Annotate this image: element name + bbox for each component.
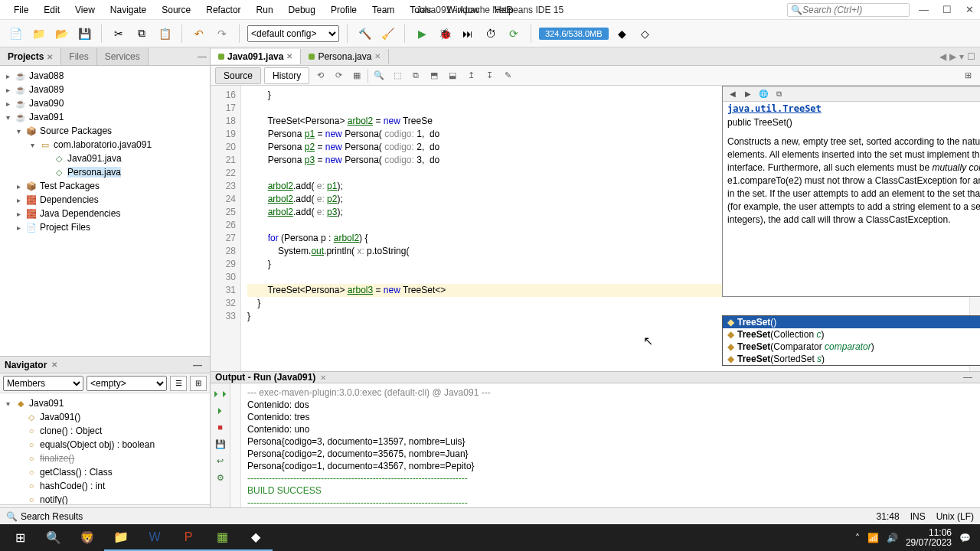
node-label[interactable]: Persona.java (67, 167, 121, 178)
menu-team[interactable]: Team (364, 2, 402, 18)
open-button[interactable]: 📂 (52, 24, 70, 43)
rerun-failed-button[interactable]: ⏵ (214, 403, 227, 417)
git-button[interactable]: ◆ (613, 24, 632, 43)
copy-button[interactable]: ⧉ (132, 24, 151, 43)
close-icon[interactable]: ✕ (47, 53, 53, 61)
editor-btn[interactable]: ⧉ (408, 68, 423, 83)
node-label[interactable]: Java090 (29, 98, 64, 109)
start-button[interactable]: ⊞ (3, 524, 37, 551)
paste-button[interactable]: 📋 (155, 24, 174, 43)
nav-node[interactable]: ○finalize() (0, 452, 210, 465)
next-tab-icon[interactable]: ▶ (949, 51, 956, 62)
memory-indicator[interactable]: 324.6/538.0MB (539, 28, 609, 40)
tree-node[interactable]: ▸🧱Java Dependencies (0, 207, 210, 220)
node-label[interactable]: Source Packages (40, 126, 112, 136)
menu-edit[interactable]: Edit (36, 2, 67, 18)
expand-icon[interactable]: ▸ (14, 182, 23, 191)
nav-node[interactable]: ◇Java091() (0, 410, 210, 424)
source-mode[interactable]: Source (215, 67, 261, 84)
tab-list-icon[interactable]: ▾ (959, 51, 964, 62)
git-pull-button[interactable]: ◇ (636, 24, 655, 43)
expand-icon[interactable]: ▸ (3, 86, 12, 94)
close-button[interactable]: ✕ (965, 4, 974, 15)
editor-btn[interactable]: ⬓ (445, 68, 460, 83)
close-icon[interactable]: ✕ (320, 373, 326, 382)
menu-view[interactable]: View (67, 2, 103, 18)
tab-files[interactable]: Files (61, 48, 96, 65)
undo-button[interactable]: ↶ (190, 24, 208, 43)
minimize-button[interactable]: — (919, 4, 929, 15)
maximize-editor-icon[interactable]: ☐ (967, 51, 975, 62)
tree-node[interactable]: ◇Java091.java (0, 152, 210, 165)
brave-icon[interactable]: 🦁 (70, 524, 104, 551)
output-text[interactable]: --- exec-maven-plugin:3.0.0:exec (defaul… (241, 383, 980, 524)
node-label[interactable]: Java091.java (67, 153, 122, 164)
node-label[interactable]: Java088 (29, 70, 64, 81)
debug-button[interactable]: 🐞 (436, 24, 454, 43)
editor-btn[interactable]: ⟳ (331, 68, 346, 83)
tree-node[interactable]: ◇Persona.java (0, 165, 210, 179)
expand-icon[interactable]: ▾ (14, 127, 23, 135)
nav-node[interactable]: ○getClass() : Class (0, 465, 210, 479)
save-all-button[interactable]: 💾 (75, 24, 93, 43)
tray-up-icon[interactable]: ˄ (855, 533, 860, 543)
history-mode[interactable]: History (264, 67, 309, 84)
node-label[interactable]: com.laboratorio.java091 (54, 139, 152, 150)
clean-build-button[interactable]: 🧹 (378, 24, 397, 43)
open-browser-icon[interactable]: 🌐 (756, 88, 770, 100)
completion-item[interactable]: ◆TreeSet() (723, 316, 980, 328)
tree-node[interactable]: ▾▭com.laboratorio.java091 (0, 138, 210, 152)
expand-icon[interactable]: ▸ (3, 72, 12, 80)
node-label[interactable]: Java091 (29, 112, 64, 122)
node-label[interactable]: Java Dependencies (40, 208, 120, 219)
volume-icon[interactable]: 🔊 (887, 533, 898, 543)
editor-btn[interactable]: ⟲ (312, 68, 328, 83)
node-label[interactable]: Project Files (40, 222, 90, 233)
new-project-button[interactable]: 📁 (29, 24, 47, 43)
fwd-icon[interactable]: ▶ (741, 88, 755, 100)
profile-button[interactable]: ⏱ (482, 24, 500, 43)
netbeans-icon[interactable]: ◆ (239, 524, 273, 551)
nav-node[interactable]: ○equals(Object obj) : boolean (0, 438, 210, 452)
editor-btn[interactable]: ⬒ (426, 68, 442, 83)
search-results-label[interactable]: Search Results (21, 511, 83, 522)
menu-debug[interactable]: Debug (281, 2, 323, 18)
notifications-icon[interactable]: 💬 (959, 533, 971, 543)
filter-select[interactable]: <empty> (87, 376, 167, 391)
expand-icon[interactable]: ▾ (3, 113, 12, 122)
stop-button[interactable]: ■ (214, 420, 227, 434)
node-label[interactable]: Java089 (29, 84, 64, 95)
debug-step-button[interactable]: ⏭ (459, 24, 477, 43)
minimize-panel-icon[interactable]: — (198, 51, 207, 62)
word-icon[interactable]: W (138, 524, 172, 551)
close-icon[interactable]: ✕ (286, 52, 292, 60)
code-completion-popup[interactable]: ◆TreeSet()◆TreeSet(Collection c)◆TreeSet… (722, 315, 980, 366)
global-search[interactable]: 🔍 (787, 3, 910, 17)
tree-node[interactable]: ▾☕Java091 (0, 110, 210, 124)
tree-node[interactable]: ▸☕Java088 (0, 69, 210, 83)
code-editor[interactable]: 161718192021222324252627282930313233 } T… (211, 86, 980, 371)
notepad-icon[interactable]: ▦ (205, 524, 239, 551)
expand-icon[interactable]: ▸ (3, 99, 12, 108)
menu-file[interactable]: File (6, 2, 36, 18)
maximize-button[interactable]: ☐ (942, 4, 952, 15)
cut-button[interactable]: ✂ (109, 24, 128, 43)
tree-node[interactable]: ▾📦Source Packages (0, 124, 210, 138)
node-label[interactable]: Dependencies (40, 194, 99, 205)
tab-projects[interactable]: Projects✕ (0, 48, 61, 65)
filter-options[interactable]: ⊞ (190, 376, 207, 391)
search-button[interactable]: 🔍 (37, 524, 70, 551)
close-icon[interactable]: ✕ (51, 360, 57, 369)
expand-icon[interactable]: ▸ (14, 210, 23, 218)
split-icon[interactable]: ⊞ (960, 68, 975, 83)
expand-icon[interactable]: ▸ (14, 223, 23, 232)
expand-icon[interactable]: ▾ (28, 141, 37, 149)
windows-taskbar[interactable]: ⊞ 🔍 🦁 📁 W P ▦ ◆ ˄ 📶 🔊 11:0629/07/2023 💬 (0, 524, 980, 551)
output-fold[interactable] (230, 383, 241, 524)
editor-btn[interactable]: ✎ (500, 68, 515, 83)
open-source-icon[interactable]: ⧉ (772, 88, 786, 100)
tab-services[interactable]: Services (97, 48, 149, 65)
settings-button[interactable]: ⚙ (214, 471, 227, 484)
filter-toggle[interactable]: ☰ (170, 376, 187, 391)
editor-btn[interactable]: ⬚ (390, 68, 405, 83)
